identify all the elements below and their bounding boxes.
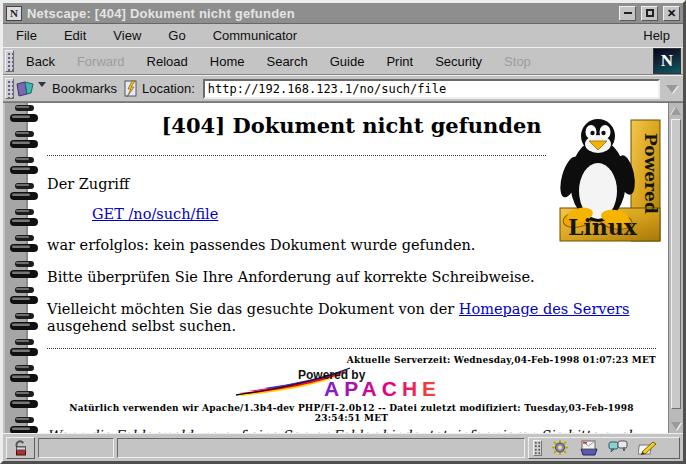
security-indicator-button[interactable] <box>6 437 35 459</box>
menu-communicator[interactable]: Communicator <box>213 28 298 43</box>
menu-bar: File Edit View Go Communicator Help <box>3 24 683 47</box>
vertical-scrollbar[interactable] <box>668 103 683 433</box>
footer-line1: Wenn die Fehlermeldung auf eine Server-F… <box>47 427 635 433</box>
forward-button: Forward <box>66 50 136 73</box>
home-button[interactable]: Home <box>199 50 256 73</box>
close-button[interactable]: ✕ <box>663 6 680 21</box>
server-info: Natürlich verwenden wir Apache/1.3b4-dev… <box>45 403 658 423</box>
paragraph-check-spelling: Bitte überprüfen Sie Ihre Anforderung au… <box>47 269 658 286</box>
search-button[interactable]: Search <box>255 50 318 73</box>
footer-note: Wenn die Fehlermeldung auf eine Server-F… <box>47 427 658 433</box>
minimize-button[interactable] <box>619 6 636 21</box>
menu-file[interactable]: File <box>16 28 37 43</box>
bookmark-dropdown-caret[interactable] <box>38 82 46 87</box>
title-bar[interactable]: N Netscape: [404] Dokument nicht gefunde… <box>3 3 683 24</box>
status-bar <box>3 433 683 461</box>
bookmark-icon[interactable] <box>15 80 37 97</box>
menu-view[interactable]: View <box>113 28 141 43</box>
linux-name-text: Linux <box>568 214 638 240</box>
window-menu-icon[interactable]: N <box>6 6 22 21</box>
discussions-button[interactable] <box>607 439 629 456</box>
apache-name-text: APACHE <box>324 377 441 398</box>
guide-button[interactable]: Guide <box>319 50 376 73</box>
navigation-toolbar: Back Forward Reload Home Search Guide Pr… <box>3 47 683 75</box>
bookmarks-label[interactable]: Bookmarks <box>52 81 117 96</box>
location-grip[interactable] <box>5 78 14 99</box>
mailbox-icon <box>579 440 599 456</box>
paragraph-homepage-hint: Vielleicht möchten Sie das gesuchte Doku… <box>47 301 658 335</box>
menu-help[interactable]: Help <box>643 28 670 43</box>
discussions-icon <box>608 440 628 455</box>
security-lock-icon <box>14 440 28 456</box>
navigator-wheel-icon <box>551 439 569 456</box>
stop-button: Stop <box>493 50 542 73</box>
back-button[interactable]: Back <box>15 50 66 73</box>
toolbar-grip[interactable] <box>5 50 14 72</box>
server-time: Aktuelle Serverzeit: Wednesday,04-Feb-19… <box>45 355 656 365</box>
window-title: Netscape: [404] Dokument nicht gefunden <box>27 6 614 21</box>
mailbox-button[interactable] <box>578 439 600 456</box>
netscape-n-logo-icon[interactable]: N <box>653 48 681 74</box>
divider <box>47 348 656 349</box>
homepage-hint-after: ausgehend selbst suchen. <box>47 318 236 334</box>
homepage-link[interactable]: Homepage des Servers <box>459 301 630 317</box>
url-dropdown-button[interactable] <box>662 79 681 99</box>
divider <box>47 155 546 156</box>
maximize-icon <box>646 9 654 17</box>
spiral-binding-decoration <box>3 103 41 433</box>
apache-badge: Powered by APACHE <box>45 367 658 402</box>
scroll-down-button[interactable] <box>669 418 683 433</box>
scroll-up-button[interactable] <box>669 103 683 118</box>
component-bar-grip[interactable] <box>533 440 542 456</box>
linux-powered-text: Powered <box>641 133 661 214</box>
menu-go[interactable]: Go <box>168 28 185 43</box>
menu-edit[interactable]: Edit <box>64 28 86 43</box>
composer-icon <box>638 440 657 456</box>
browser-viewport: [404] Dokument nicht gefunden Der Zugrif… <box>3 102 683 433</box>
linux-powered-logo-icon: Powered Linux <box>558 111 662 251</box>
reload-button[interactable]: Reload <box>136 50 199 73</box>
status-message-area <box>117 438 525 458</box>
maximize-button[interactable] <box>641 6 658 21</box>
print-button[interactable]: Print <box>375 50 424 73</box>
chevron-down-icon <box>666 85 678 93</box>
security-button[interactable]: Security <box>424 50 493 73</box>
component-bar <box>528 437 680 459</box>
lightning-icon[interactable] <box>123 80 138 98</box>
homepage-hint-before: Vielleicht möchten Sie das gesuchte Doku… <box>47 301 459 317</box>
netscape-window: N Netscape: [404] Dokument nicht gefunde… <box>0 0 686 464</box>
netscape-n-letter: N <box>661 51 673 71</box>
triangle-up-icon <box>671 107 681 115</box>
request-link[interactable]: GET /no/such/file <box>92 206 218 222</box>
triangle-down-icon <box>671 422 681 430</box>
composer-button[interactable] <box>636 439 658 456</box>
close-icon: ✕ <box>667 9 676 17</box>
location-label: Location: <box>142 81 195 96</box>
url-input[interactable] <box>203 79 660 99</box>
scrollbar-thumb[interactable] <box>671 119 681 409</box>
minimize-icon <box>624 12 632 14</box>
navigator-button[interactable] <box>549 439 571 456</box>
location-toolbar: Bookmarks Location: <box>3 75 683 102</box>
progress-indicator <box>38 438 114 458</box>
apache-feather-logo-icon: Powered by APACHE <box>234 367 470 398</box>
